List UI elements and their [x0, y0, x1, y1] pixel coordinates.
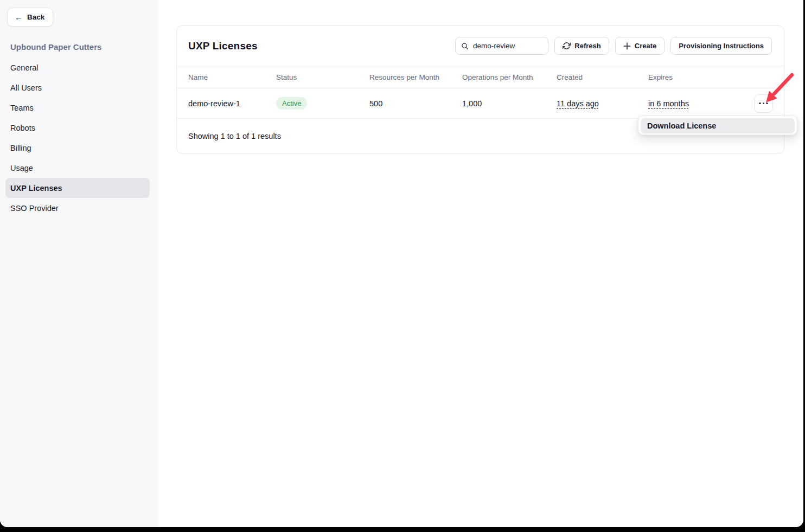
toolbar: Refresh Create Provisioning Instructions: [455, 37, 772, 55]
arrow-left-icon: ←: [15, 13, 23, 21]
sidebar: ← Back Upbound Paper Cutters General All…: [0, 0, 158, 527]
refresh-button-label: Refresh: [574, 42, 600, 50]
created-value[interactable]: 11 days ago: [557, 99, 599, 108]
create-button[interactable]: Create: [615, 37, 665, 55]
search-icon: [461, 42, 469, 50]
back-button[interactable]: ← Back: [7, 8, 53, 27]
ellipsis-icon: [759, 102, 761, 105]
sidebar-item-billing[interactable]: Billing: [5, 138, 150, 158]
create-button-label: Create: [635, 42, 656, 50]
search-box[interactable]: [455, 37, 548, 55]
provisioning-instructions-label: Provisioning Instructions: [679, 42, 764, 50]
main-content: UXP Licenses Refresh: [158, 0, 803, 527]
table-row: demo-review-1 Active 500 1,000 11 days a…: [177, 88, 784, 119]
org-title: Upbound Paper Cutters: [10, 42, 158, 52]
sidebar-item-teams[interactable]: Teams: [5, 98, 150, 118]
search-input[interactable]: [473, 42, 542, 50]
sidebar-item-all-users[interactable]: All Users: [5, 78, 150, 98]
cell-name: demo-review-1: [188, 99, 276, 108]
column-header-expires: Expires: [648, 73, 745, 81]
sidebar-item-robots[interactable]: Robots: [5, 118, 150, 138]
sidebar-item-general[interactable]: General: [5, 57, 150, 78]
menu-item-download-license[interactable]: Download License: [641, 118, 795, 133]
column-header-status: Status: [276, 73, 369, 81]
cell-resources: 500: [369, 99, 462, 108]
refresh-button[interactable]: Refresh: [554, 37, 609, 55]
card-header: UXP Licenses Refresh: [177, 26, 784, 66]
back-button-label: Back: [27, 13, 44, 21]
row-actions-button[interactable]: [754, 94, 773, 113]
page-title: UXP Licenses: [188, 40, 258, 52]
sidebar-item-sso-provider[interactable]: SSO Provider: [5, 198, 150, 218]
row-actions-menu: Download License: [638, 116, 797, 135]
sidebar-nav: General All Users Teams Robots Billing U…: [5, 57, 150, 218]
status-badge: Active: [276, 97, 307, 110]
column-header-resources: Resources per Month: [369, 73, 462, 81]
expires-value[interactable]: in 6 months: [648, 99, 689, 108]
column-header-operations: Operations per Month: [462, 73, 557, 81]
cell-operations: 1,000: [462, 99, 557, 108]
column-header-created: Created: [557, 73, 648, 81]
plus-icon: [623, 42, 631, 50]
app-window: ← Back Upbound Paper Cutters General All…: [0, 0, 803, 527]
column-header-name: Name: [188, 73, 276, 81]
provisioning-instructions-button[interactable]: Provisioning Instructions: [670, 37, 772, 55]
sidebar-item-usage[interactable]: Usage: [5, 158, 150, 178]
refresh-icon: [563, 42, 571, 50]
table-header-row: Name Status Resources per Month Operatio…: [177, 66, 784, 88]
sidebar-item-uxp-licenses[interactable]: UXP Licenses: [5, 178, 150, 198]
